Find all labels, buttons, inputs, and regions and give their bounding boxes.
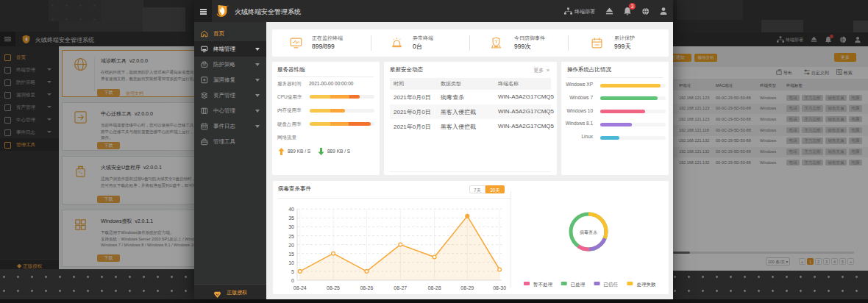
svg-text:40: 40 [288, 207, 294, 212]
svg-text:08-30: 08-30 [493, 285, 506, 290]
svg-text:08-28: 08-28 [428, 285, 441, 290]
svg-text:已处理: 已处理 [571, 282, 586, 288]
svg-text:15: 15 [288, 252, 294, 257]
svg-text:20: 20 [288, 243, 294, 248]
svg-text:已信任: 已信任 [604, 282, 619, 288]
svg-text:25: 25 [288, 234, 294, 239]
svg-text:08-24: 08-24 [294, 285, 307, 290]
svg-text:病毒查杀: 病毒查杀 [580, 230, 597, 235]
svg-text:0: 0 [291, 278, 294, 283]
svg-text:5: 5 [291, 269, 294, 274]
svg-text:08-27: 08-27 [394, 285, 407, 290]
svg-text:30: 30 [288, 224, 294, 229]
svg-text:暂不处理: 暂不处理 [533, 282, 553, 288]
svg-text:08-29: 08-29 [460, 285, 474, 290]
svg-text:08-25: 08-25 [327, 285, 340, 290]
svg-text:处理失败: 处理失败 [636, 282, 656, 288]
svg-text:35: 35 [288, 215, 294, 221]
svg-text:10: 10 [288, 260, 294, 265]
svg-text:08-26: 08-26 [360, 285, 373, 290]
